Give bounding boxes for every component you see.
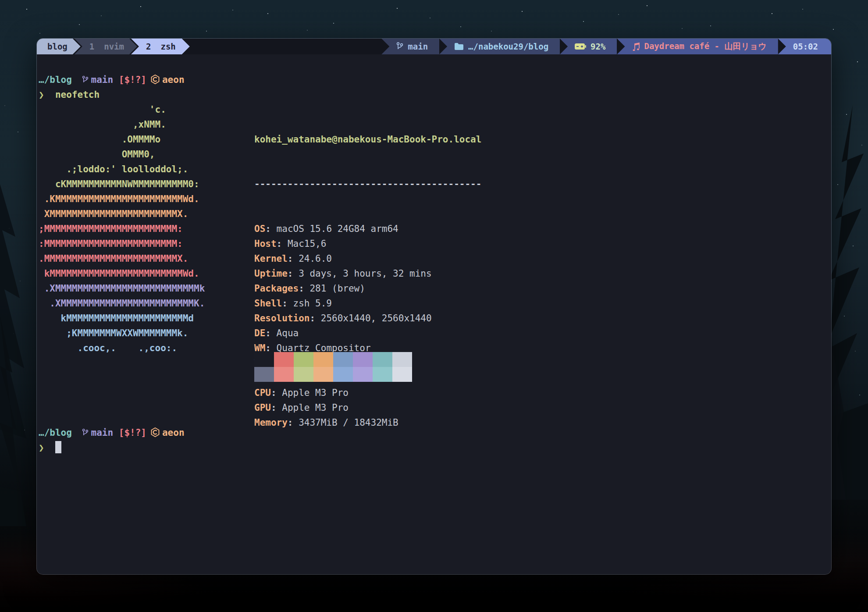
text-cursor	[55, 441, 61, 453]
tab-label: zsh	[160, 42, 175, 51]
ascii-art-line: 'c.	[39, 102, 205, 117]
color-swatch	[353, 367, 373, 382]
prompt-cwd: …/blog	[39, 75, 72, 85]
ascii-art-line: kMMMMMMMMMMMMMMMMMMMMMMd	[39, 311, 205, 326]
ascii-art-line: .KMMMMMMMMMMMMMMMMMMMMMMMWd.	[39, 192, 205, 206]
status-cwd-label: …/nabekou29/blog	[468, 42, 548, 51]
ascii-art-line: cKMMMMMMMMMMNWMMMMMMMMMM0:	[39, 177, 205, 192]
folder-icon	[454, 43, 464, 50]
tab-index: 2	[146, 42, 151, 51]
color-swatch	[373, 367, 392, 382]
tab-bar: blog 1nvim 2zsh main	[37, 39, 831, 54]
color-swatch	[274, 352, 294, 367]
prompt-branch: main	[91, 427, 114, 438]
input-line[interactable]: ❯	[39, 440, 61, 455]
ascii-art-line: XMMMMMMMMMMMMMMMMMMMMMMMX.	[39, 206, 205, 221]
color-swatch	[294, 352, 313, 367]
status-branch-label: main	[408, 42, 428, 51]
color-swatch	[294, 367, 313, 382]
info-row: Uptime: 3 days, 3 hours, 32 mins	[254, 266, 481, 281]
palette-row-bright	[254, 367, 412, 382]
pine-tree-silhouette-left	[0, 184, 39, 526]
color-swatch	[392, 352, 412, 367]
prompt-branch: main	[91, 75, 114, 85]
status-cwd: …/nabekou29/blog	[439, 39, 560, 54]
wezterm-window: blog 1nvim 2zsh main	[37, 39, 831, 574]
neofetch-info: kohei_watanabe@nabekous-MacBook-Pro.loca…	[254, 102, 481, 460]
info-row: Host: Mac15,6	[254, 236, 481, 251]
ascii-art-line: ;MMMMMMMMMMMMMMMMMMMMMMMM:	[39, 221, 205, 236]
stars-decoration-faint	[0, 0, 1, 1]
ascii-art-line: kMMMMMMMMMMMMMMMMMMMMMMMMWd.	[39, 266, 205, 281]
color-swatch	[333, 352, 353, 367]
tab-list: blog 1nvim 2zsh	[37, 39, 190, 54]
color-swatch	[313, 367, 333, 382]
ascii-art-line: ;KMMMMMMMWXXWMMMMMMMk.	[39, 326, 205, 341]
tab-workspace-blog[interactable]: blog	[37, 39, 81, 54]
ascii-art-line: .XMMMMMMMMMMMMMMMMMMMMMMMMMMk	[39, 281, 205, 296]
ascii-art-line: .XMMMMMMMMMMMMMMMMMMMMMMMMK.	[39, 296, 205, 311]
prompt-git-status: [$!?]	[119, 427, 146, 438]
palette-row-normal	[254, 352, 412, 367]
ascii-art-line: .OMMMMo	[39, 132, 205, 147]
color-swatch	[313, 352, 333, 367]
info-row: Kernel: 24.6.0	[254, 251, 481, 266]
status-track-label: Daydream café - 山田リョウ	[644, 41, 766, 52]
tab-1-nvim[interactable]: 1nvim	[75, 39, 137, 54]
ascii-art-line: .MMMMMMMMMMMMMMMMMMMMMMMMX.	[39, 251, 205, 266]
color-swatch	[254, 352, 274, 367]
info-row: Resolution: 2560x1440, 2560x1440	[254, 311, 481, 326]
tab-label: nvim	[104, 42, 124, 51]
info-row: Packages: 281 (brew)	[254, 281, 481, 296]
desktop-wallpaper: blog 1nvim 2zsh main	[0, 0, 868, 612]
command-line: ❯ neofetch	[39, 87, 100, 102]
ascii-art-line: :MMMMMMMMMMMMMMMMMMMMMMMM:	[39, 236, 205, 251]
ascii-art-line: OMMM0,	[39, 147, 205, 162]
prompt-env: aeon	[162, 427, 185, 438]
workspace-label: blog	[47, 42, 68, 51]
info-row: DE: Aqua	[254, 326, 481, 341]
neofetch-separator: ----------------------------------------…	[254, 177, 481, 192]
color-swatch	[333, 367, 353, 382]
status-time-label: 05:02	[793, 42, 818, 51]
prompt-git-status: [$!?]	[119, 75, 146, 85]
git-branch-icon	[82, 75, 89, 84]
prompt-symbol: ❯	[39, 442, 44, 453]
status-battery: 92%	[560, 39, 617, 54]
prompt-line-2: …/blog main [$!?]aeon	[39, 425, 185, 440]
tab-index: 1	[89, 42, 94, 51]
info-row: GPU: Apple M3 Pro	[254, 400, 481, 415]
info-row: CPU: Apple M3 Pro	[254, 385, 481, 400]
terminal-content[interactable]: …/blog main [$!?]aeon ❯ neofetch 'c. ,xN…	[37, 54, 831, 574]
git-branch-icon	[82, 428, 89, 437]
color-swatch	[353, 352, 373, 367]
status-clock: 05:02	[778, 39, 831, 54]
music-note-icon	[632, 42, 640, 51]
ascii-art-line: .;loddo:' loolloddol;.	[39, 162, 205, 177]
info-row: OS: macOS 15.6 24G84 arm64	[254, 221, 481, 236]
info-row: Memory: 3437MiB / 18432MiB	[254, 415, 481, 430]
neofetch-color-palette	[254, 352, 412, 382]
ascii-art-line: .cooc,. .,coo:.	[39, 341, 205, 356]
color-swatch	[254, 367, 274, 382]
color-swatch	[392, 367, 412, 382]
color-swatch	[274, 367, 294, 382]
prompt-line-1: …/blog main [$!?]aeon	[39, 72, 185, 87]
neofetch-ascii-logo: 'c. ,xNMM. .OMMMMo OMMM0, .;loddo:' lool…	[39, 102, 205, 356]
status-bar: main …/nabekou29/blog	[381, 39, 831, 54]
tab-2-zsh-active[interactable]: 2zsh	[131, 39, 190, 54]
ascii-art-line: ,xNMM.	[39, 117, 205, 132]
info-row: Shell: zsh 5.9	[254, 296, 481, 311]
prompt-symbol: ❯	[39, 89, 44, 100]
prompt-cwd: …/blog	[39, 427, 72, 438]
status-battery-percent: 92%	[591, 42, 605, 51]
neofetch-host-line: kohei_watanabe@nabekous-MacBook-Pro.loca…	[254, 132, 481, 147]
prompt-env: aeon	[162, 75, 185, 85]
hexagon-env-icon	[151, 427, 160, 437]
hexagon-env-icon	[151, 75, 160, 84]
color-swatch	[373, 352, 392, 367]
git-branch-icon	[396, 42, 403, 51]
status-git-branch: main	[381, 39, 439, 54]
status-now-playing: Daydream café - 山田リョウ	[617, 39, 778, 54]
command-text: neofetch	[55, 89, 100, 100]
